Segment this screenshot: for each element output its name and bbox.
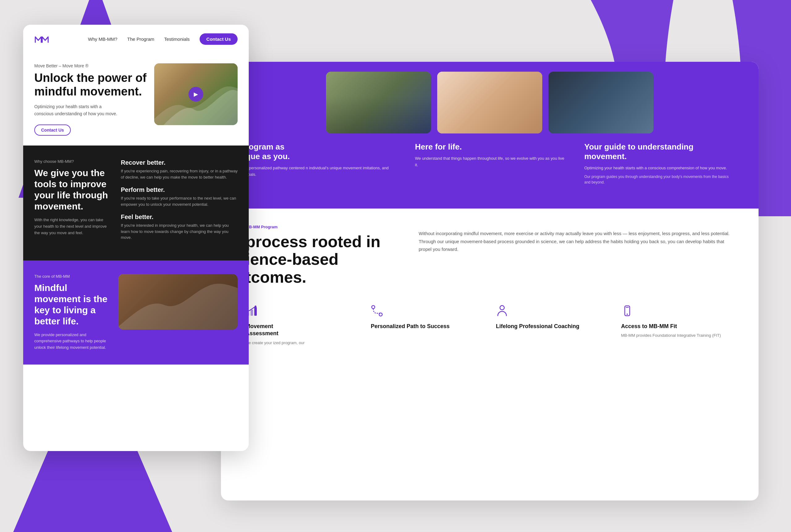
- dark-feature-1: Recover better. If you're experiencing p…: [121, 159, 238, 180]
- front-card: Why MB-MM? The Program Testimonials Cont…: [23, 25, 249, 451]
- phone-icon: [621, 305, 734, 319]
- back-white-top: MB-MM Program process rooted in ience-ba…: [246, 225, 734, 286]
- dark-feature-text-2: If you're ready to take your performance…: [121, 195, 238, 207]
- back-card-text-3: Optimizing your health starts with a con…: [584, 165, 734, 171]
- back-card-title-3: Your guide to understanding movement.: [584, 142, 734, 161]
- dark-eyebrow: Why choose MB-MM?: [34, 159, 109, 164]
- back-feature-4: Access to MB-MM Fit MB-MM provides Found…: [621, 305, 734, 346]
- hero-title: Unlock the power of mindful movement.: [34, 71, 147, 98]
- purple-section-left: The core of MB-MM Mindful movement is th…: [34, 274, 109, 351]
- nav-testimonials[interactable]: Testimonials: [164, 36, 190, 42]
- back-card-text-2: We understand that things happen through…: [415, 155, 565, 168]
- front-nav-links: Why MB-MM? The Program Testimonials Cont…: [88, 33, 238, 45]
- main-wrapper: rogram as que as you. a personalized pat…: [23, 25, 765, 507]
- svg-rect-1: [250, 309, 253, 316]
- back-card-title-1: rogram as que as you.: [246, 142, 395, 161]
- dark-feature-title-3: Feel better.: [121, 213, 238, 221]
- image-card-3: [548, 72, 654, 133]
- front-hero: Move Better – Move More ® Unlock the pow…: [23, 54, 249, 136]
- nav-program[interactable]: The Program: [127, 36, 154, 42]
- back-feature-text-1: we create your ized program, our: [246, 340, 358, 346]
- svg-rect-2: [254, 307, 257, 316]
- image-card-2: [437, 72, 542, 133]
- dark-section-left: Why choose MB-MM? We give you the tools …: [34, 159, 109, 247]
- dark-title: We give you the tools to improve your li…: [34, 168, 109, 212]
- back-card-item-2: Here for life. We understand that things…: [405, 133, 575, 194]
- svg-point-4: [372, 306, 375, 309]
- svg-point-8: [627, 314, 628, 315]
- back-card-title-2: Here for life.: [415, 142, 565, 152]
- purple-title: Mindful movement is the key to living a …: [34, 282, 109, 327]
- path-icon: [371, 305, 484, 319]
- dark-section-right: Recover better. If you're experiencing p…: [121, 159, 238, 247]
- back-title-block: MB-MM Program process rooted in ience-ba…: [246, 225, 400, 286]
- back-card-item-3: Your guide to understanding movement. Op…: [575, 133, 744, 194]
- back-features-row: MovementAssessment we create your ized p…: [246, 305, 734, 346]
- back-body-text: Without incorporating mindful movement, …: [419, 225, 734, 286]
- hero-subtitle: Optimizing your health starts with a con…: [34, 103, 121, 117]
- back-card-top: rogram as que as you. a personalized pat…: [221, 62, 758, 209]
- purple-img-wave: [118, 274, 238, 330]
- purple-subtitle: We provide personalized and comprehensiv…: [34, 332, 109, 351]
- hero-image: ▶: [154, 63, 238, 125]
- nav-why-mbmm[interactable]: Why MB-MM?: [88, 36, 117, 42]
- front-dark-section: Why choose MB-MM? We give you the tools …: [23, 146, 249, 261]
- back-feature-text-4: MB-MM provides Foundational Integrative …: [621, 332, 734, 339]
- dark-feature-text-1: If you're experiencing pain, recovering …: [121, 168, 238, 180]
- back-feature-1: MovementAssessment we create your ized p…: [246, 305, 358, 346]
- chart-icon: [246, 305, 358, 319]
- back-card: rogram as que as you. a personalized pat…: [221, 62, 758, 500]
- back-cards-row: rogram as que as you. a personalized pat…: [236, 133, 744, 194]
- hero-eyebrow: Move Better – Move More ®: [34, 63, 147, 68]
- person-icon: [496, 305, 609, 319]
- back-white-section: MB-MM Program process rooted in ience-ba…: [221, 209, 758, 362]
- back-feature-title-2: Personalized Path to Success: [371, 323, 484, 330]
- dark-subtitle: With the right knowledge, you can take y…: [34, 217, 109, 236]
- dark-feature-2: Perform better. If you're ready to take …: [121, 186, 238, 207]
- mb-mm-logo: [34, 35, 49, 43]
- dark-feature-text-3: If you're interested in improving your h…: [121, 223, 238, 241]
- dark-feature-3: Feel better. If you're interested in imp…: [121, 213, 238, 241]
- back-main-title: process rooted in ience-based tcomes.: [246, 233, 400, 286]
- back-card-text-1: a personalized pathway centered n indivi…: [246, 165, 395, 178]
- dark-feature-title-2: Perform better.: [121, 186, 238, 193]
- front-hero-text: Move Better – Move More ® Unlock the pow…: [34, 63, 147, 136]
- front-purple-section: The core of MB-MM Mindful movement is th…: [23, 261, 249, 364]
- back-card-item-1: rogram as que as you. a personalized pat…: [236, 133, 405, 194]
- play-button[interactable]: ▶: [188, 87, 203, 102]
- back-program-label: MB-MM Program: [246, 225, 400, 229]
- nav-contact-button[interactable]: Contact Us: [200, 33, 238, 45]
- back-feature-title-4: Access to MB-MM Fit: [621, 323, 734, 330]
- dark-feature-title-1: Recover better.: [121, 159, 238, 166]
- play-button-container[interactable]: ▶: [188, 87, 203, 102]
- purple-image: [118, 274, 238, 330]
- image-card-1: [326, 72, 431, 133]
- svg-point-3: [255, 306, 257, 307]
- back-card-text-3b: Our program guides you through understan…: [584, 174, 734, 185]
- front-nav: Why MB-MM? The Program Testimonials Cont…: [23, 25, 249, 54]
- back-feature-title-3: Lifelong Professional Coaching: [496, 323, 609, 330]
- back-card-images: [236, 72, 744, 133]
- purple-eyebrow: The core of MB-MM: [34, 274, 109, 279]
- back-feature-2: Personalized Path to Success: [371, 305, 484, 346]
- back-feature-title-1: MovementAssessment: [246, 323, 358, 337]
- svg-point-6: [500, 306, 504, 310]
- back-feature-3: Lifelong Professional Coaching: [496, 305, 609, 346]
- front-logo: [34, 35, 49, 43]
- hero-contact-button[interactable]: Contact Us: [34, 125, 71, 136]
